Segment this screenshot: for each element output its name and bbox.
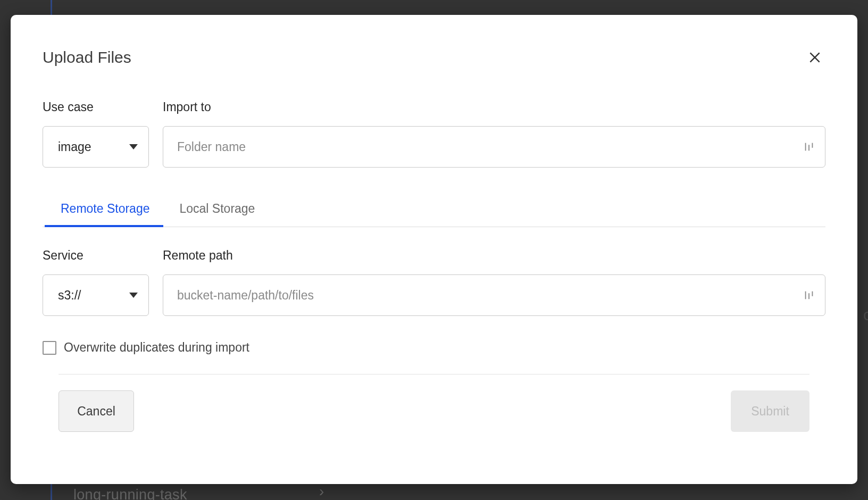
modal-footer: Cancel Submit bbox=[43, 390, 825, 432]
storage-tabs: Remote Storage Local Storage bbox=[43, 194, 825, 227]
overwrite-row: Overwrite duplicates during import bbox=[43, 340, 825, 355]
chevron-right-icon: › bbox=[319, 483, 324, 500]
modal-header: Upload Files bbox=[43, 47, 825, 68]
tab-local-storage[interactable]: Local Storage bbox=[177, 194, 257, 227]
service-label: Service bbox=[43, 248, 149, 263]
bars-icon[interactable] bbox=[803, 140, 815, 153]
caret-down-icon bbox=[129, 144, 138, 149]
close-button[interactable] bbox=[804, 47, 825, 68]
bg-right-letter: c bbox=[863, 306, 868, 324]
import-to-input[interactable] bbox=[163, 126, 825, 168]
overwrite-checkbox[interactable] bbox=[43, 341, 56, 355]
service-value: s3:// bbox=[58, 288, 81, 303]
bg-list-item-hint: long-running-task bbox=[73, 487, 187, 500]
import-to-field: Import to bbox=[163, 100, 825, 168]
use-case-select[interactable]: image bbox=[43, 126, 149, 168]
footer-divider bbox=[59, 374, 809, 374]
row-usecase-importto: Use case image Import to bbox=[43, 100, 825, 168]
service-select[interactable]: s3:// bbox=[43, 274, 149, 316]
modal-title: Upload Files bbox=[43, 48, 131, 66]
remote-path-field: Remote path bbox=[163, 248, 825, 316]
remote-path-input[interactable] bbox=[163, 274, 825, 316]
import-to-label: Import to bbox=[163, 100, 825, 114]
use-case-label: Use case bbox=[43, 100, 149, 114]
service-field: Service s3:// bbox=[43, 248, 149, 316]
upload-files-modal: Upload Files Use case image Import to bbox=[11, 15, 857, 484]
caret-down-icon bbox=[129, 293, 138, 298]
remote-path-label: Remote path bbox=[163, 248, 825, 263]
tab-remote-storage[interactable]: Remote Storage bbox=[59, 194, 152, 227]
row-service-remotepath: Service s3:// Remote path bbox=[43, 248, 825, 316]
use-case-value: image bbox=[58, 140, 91, 154]
use-case-field: Use case image bbox=[43, 100, 149, 168]
submit-button[interactable]: Submit bbox=[731, 390, 809, 432]
cancel-button[interactable]: Cancel bbox=[59, 390, 134, 432]
close-icon bbox=[808, 51, 822, 64]
bars-icon[interactable] bbox=[803, 289, 815, 302]
overwrite-label: Overwrite duplicates during import bbox=[64, 340, 249, 355]
